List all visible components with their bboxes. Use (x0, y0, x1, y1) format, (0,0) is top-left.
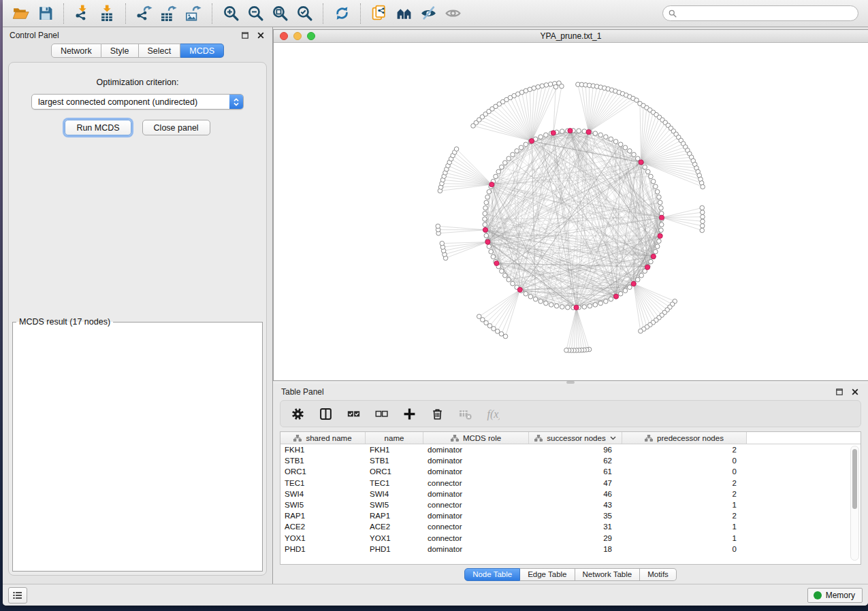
add-icon[interactable] (402, 406, 417, 421)
select-all-icon[interactable] (346, 406, 361, 421)
tab-edge-table[interactable]: Edge Table (520, 568, 575, 581)
zoom-out-icon[interactable] (243, 3, 268, 24)
tab-network[interactable]: Network (51, 44, 101, 58)
cell-predecessor-nodes: 0 (622, 455, 747, 466)
cell-name: ACE2 (366, 521, 423, 532)
find-icon[interactable] (391, 3, 416, 24)
cell-successor-nodes: 46 (529, 489, 622, 499)
network-window-titlebar[interactable]: YPA_prune.txt_1 (274, 30, 868, 43)
tab-select[interactable]: Select (139, 44, 181, 58)
export-table-icon[interactable] (157, 3, 181, 24)
cell-name: RAP1 (366, 510, 423, 521)
cell-shared-name: FKH1 (280, 444, 366, 455)
save-icon[interactable] (33, 3, 57, 24)
maximize-window-icon[interactable] (307, 32, 315, 40)
export-network-icon[interactable] (132, 3, 157, 24)
minimize-window-icon[interactable] (293, 32, 302, 40)
task-history-button[interactable] (8, 587, 27, 604)
zoom-fit-icon[interactable] (268, 3, 292, 24)
close-panel-button[interactable]: Close panel (142, 120, 210, 135)
cell-MCDS-role: connector (423, 521, 529, 532)
search-box[interactable] (662, 5, 858, 21)
delete-icon[interactable] (430, 406, 445, 421)
zoom-in-icon[interactable] (219, 3, 243, 24)
cell-name: PHD1 (366, 544, 423, 555)
table-scrollbar[interactable] (850, 446, 859, 561)
cell-name: YOX1 (366, 533, 423, 544)
table-row[interactable]: YOX1YOX1connector291 (280, 533, 861, 544)
network-canvas[interactable] (274, 43, 868, 380)
cell-MCDS-role: connector (423, 478, 529, 489)
cell-name: SWI5 (366, 499, 423, 510)
cell-predecessor-nodes: 1 (622, 521, 747, 532)
toolbar-separator (360, 3, 361, 24)
close-table-panel-icon[interactable] (850, 387, 860, 397)
cell-shared-name: YOX1 (280, 533, 366, 544)
column-header-name[interactable]: name (366, 432, 423, 444)
zoom-selected-icon[interactable] (292, 3, 317, 24)
column-header-MCDS-role[interactable]: MCDS role (423, 432, 529, 444)
cell-shared-name: RAP1 (280, 510, 366, 521)
tab-mcds[interactable]: MCDS (180, 44, 224, 58)
column-header-successor-nodes[interactable]: successor nodes (529, 432, 622, 444)
cell-name: STB1 (366, 455, 423, 466)
cell-successor-nodes: 29 (529, 533, 622, 544)
search-icon (669, 10, 677, 18)
cell-MCDS-role: dominator (423, 444, 529, 455)
tab-style[interactable]: Style (101, 44, 139, 58)
cell-shared-name: STB1 (280, 455, 366, 466)
columns-icon[interactable] (318, 406, 333, 421)
hide-details-icon[interactable] (416, 3, 440, 24)
table-row[interactable]: STB1STB1dominator620 (280, 455, 861, 466)
main-toolbar (3, 0, 868, 27)
table-row[interactable]: ACE2ACE2connector311 (280, 521, 861, 532)
float-table-panel-icon[interactable] (835, 387, 844, 397)
tab-motifs[interactable]: Motifs (640, 568, 677, 581)
cell-shared-name: ACE2 (280, 521, 366, 532)
tree-icon (293, 435, 302, 442)
criterion-dropdown[interactable]: largest connected component (undirected) (31, 94, 244, 110)
table-row[interactable]: RAP1RAP1dominator352 (280, 510, 861, 521)
refresh-icon[interactable] (329, 3, 354, 24)
control-panel-tabbar: NetworkStyleSelectMCDS (3, 44, 272, 58)
table-row[interactable]: PHD1PHD1dominator180 (280, 544, 861, 555)
share-document-icon[interactable] (367, 3, 391, 24)
column-header-shared-name[interactable]: shared name (280, 432, 366, 444)
cell-shared-name: ORC1 (280, 466, 366, 477)
close-window-icon[interactable] (280, 32, 288, 40)
cell-successor-nodes: 47 (529, 478, 622, 489)
search-input[interactable] (680, 8, 852, 19)
node-table: shared namenameMCDS rolesuccessor nodesp… (280, 431, 861, 565)
network-title: YPA_prune.txt_1 (541, 31, 602, 41)
cell-successor-nodes: 31 (529, 521, 622, 532)
deselect-all-icon[interactable] (374, 406, 389, 421)
tree-icon (451, 435, 459, 442)
dropdown-stepper-icon (229, 95, 243, 109)
table-row[interactable]: SWI4SWI4dominator462 (280, 489, 861, 499)
column-header-predecessor-nodes[interactable]: predecessor nodes (622, 432, 747, 444)
cell-shared-name: PHD1 (280, 544, 366, 555)
tab-network-table[interactable]: Network Table (575, 568, 641, 581)
table-toolbar: f(x) (280, 400, 861, 427)
cell-predecessor-nodes: 2 (622, 510, 747, 521)
horizontal-splitter[interactable] (273, 381, 868, 384)
export-image-icon[interactable] (181, 3, 206, 24)
cell-predecessor-nodes: 2 (622, 489, 747, 499)
memory-button[interactable]: Memory (807, 588, 863, 603)
import-table-icon[interactable] (95, 3, 119, 24)
show-details-icon[interactable] (440, 3, 465, 24)
cell-MCDS-role: dominator (423, 466, 529, 477)
import-network-icon[interactable] (70, 3, 95, 24)
run-mcds-button[interactable]: Run MCDS (65, 120, 131, 135)
table-row[interactable]: SWI5SWI5connector431 (280, 499, 861, 510)
open-file-icon[interactable] (8, 3, 33, 24)
float-panel-icon[interactable] (240, 31, 250, 40)
table-row[interactable]: ORC1ORC1dominator610 (280, 466, 861, 477)
cell-name: TEC1 (366, 478, 423, 489)
gear-icon[interactable] (290, 406, 305, 421)
close-panel-icon[interactable] (256, 31, 266, 40)
table-row[interactable]: FKH1FKH1dominator962 (280, 444, 861, 455)
table-row[interactable]: TEC1TEC1connector472 (280, 478, 861, 489)
cell-successor-nodes: 61 (529, 466, 622, 477)
tab-node-table[interactable]: Node Table (464, 568, 520, 581)
